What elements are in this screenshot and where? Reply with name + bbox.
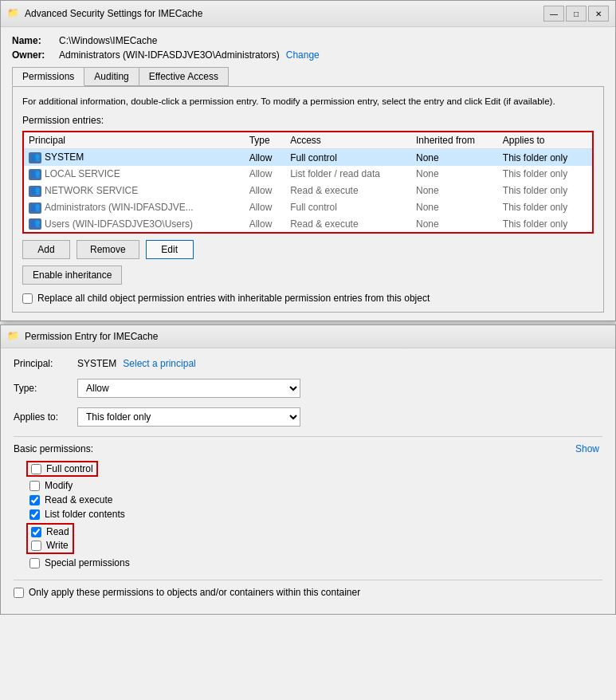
applies-to-select[interactable]: This folder only This folder, subfolders…	[77, 407, 300, 427]
applies-to-label: Applies to:	[14, 411, 77, 423]
type-select[interactable]: Allow Deny	[77, 379, 300, 398]
type-row: Type: Allow Deny	[14, 379, 602, 398]
perm-read-execute-row: Read & execute	[29, 494, 575, 505]
write-row: Write	[31, 540, 69, 551]
permissions-table-wrapper: Principal Type Access Inherited from App…	[22, 131, 594, 234]
cell-type: Allow	[245, 166, 285, 183]
tab-permissions[interactable]: Permissions	[12, 67, 84, 86]
second-folder-icon: 📁	[7, 330, 20, 343]
table-row[interactable]: 👥Users (WIN-IDFASDJVE3O\Users)AllowRead …	[24, 216, 592, 233]
perm-full-control-row: Full control	[26, 461, 575, 477]
perm-special-row: Special permissions	[29, 557, 575, 568]
modify-label: Modify	[45, 480, 73, 491]
only-apply-label: Only apply these permissions to objects …	[29, 587, 360, 598]
cell-principal: 👥NETWORK SERVICE	[24, 183, 245, 199]
write-label: Write	[46, 540, 69, 551]
cell-principal: 👥SYSTEM	[24, 149, 245, 166]
edit-button[interactable]: Edit	[146, 240, 194, 259]
read-write-highlight: Read Write	[26, 523, 74, 554]
enable-inheritance-button[interactable]: Enable inheritance	[22, 265, 122, 285]
cell-applies: This folder only	[498, 199, 592, 216]
cell-access: Full control	[285, 199, 411, 216]
tabs: Permissions Auditing Effective Access	[12, 67, 604, 86]
add-button[interactable]: Add	[22, 240, 70, 259]
write-checkbox[interactable]	[31, 541, 41, 551]
cell-access: Full control	[285, 149, 411, 166]
principal-value: SYSTEM	[77, 358, 116, 369]
replace-label: Replace all child object permission entr…	[37, 293, 430, 304]
show-link[interactable]: Show	[575, 443, 602, 572]
window-title: Advanced Security Settings for IMECache	[25, 8, 202, 19]
perm-list-folder-row: List folder contents	[29, 509, 575, 520]
info-text: For additional information, double-click…	[22, 95, 594, 108]
basic-permissions-label: Basic permissions:	[14, 443, 575, 454]
special-checkbox[interactable]	[29, 558, 40, 568]
cell-access: Read & execute	[285, 183, 411, 199]
tab-effective-access[interactable]: Effective Access	[139, 67, 229, 86]
minimize-button[interactable]: —	[543, 6, 564, 22]
select-principal-link[interactable]: Select a principal	[123, 358, 195, 369]
permissions-table: Principal Type Access Inherited from App…	[24, 132, 592, 232]
full-control-highlight: Full control	[26, 461, 98, 477]
header-row: Principal Type Access Inherited from App…	[24, 132, 592, 149]
list-folder-label: List folder contents	[45, 509, 125, 520]
cell-applies: This folder only	[498, 216, 592, 233]
header-principal: Principal	[24, 132, 245, 149]
folder-icon: 📁	[7, 7, 20, 20]
table-row[interactable]: 👥Administrators (WIN-IDFASDJVE...AllowFu…	[24, 199, 592, 216]
tab-auditing[interactable]: Auditing	[84, 67, 139, 86]
name-value: C:\Windows\IMECache	[59, 35, 157, 46]
read-label: Read	[46, 526, 69, 537]
cell-applies: This folder only	[498, 183, 592, 199]
cell-access: List folder / read data	[285, 166, 411, 183]
main-content: Name: C:\Windows\IMECache Owner: Adminis…	[1, 27, 615, 321]
cell-inherited: None	[411, 183, 498, 199]
cell-inherited: None	[411, 216, 498, 233]
title-bar-left: 📁 Advanced Security Settings for IMECach…	[7, 7, 202, 20]
read-execute-label: Read & execute	[45, 494, 112, 505]
remove-button[interactable]: Remove	[77, 240, 139, 259]
read-execute-checkbox[interactable]	[29, 495, 40, 505]
list-folder-checkbox[interactable]	[29, 509, 40, 520]
perm-entries-label: Permission entries:	[22, 115, 594, 126]
only-apply-checkbox[interactable]	[14, 588, 24, 598]
owner-label: Owner:	[12, 49, 56, 61]
cell-access: Read & execute	[285, 216, 411, 233]
replace-checkbox[interactable]	[22, 293, 33, 304]
second-content: Principal: SYSTEM Select a principal Typ…	[1, 348, 615, 614]
advanced-security-window: 📁 Advanced Security Settings for IMECach…	[0, 0, 616, 321]
replace-checkbox-row: Replace all child object permission entr…	[22, 293, 594, 304]
bottom-checkbox-row: Only apply these permissions to objects …	[14, 580, 602, 604]
cell-principal: 👥Administrators (WIN-IDFASDJVE...	[24, 199, 245, 216]
name-label: Name:	[12, 35, 56, 46]
table-row[interactable]: 👥SYSTEMAllowFull controlNoneThis folder …	[24, 149, 592, 166]
header-applies: Applies to	[498, 132, 592, 149]
second-window-title: Permission Entry for IMECache	[25, 331, 158, 342]
cell-type: Allow	[245, 183, 285, 199]
read-row: Read	[31, 526, 69, 537]
full-control-checkbox[interactable]	[31, 464, 41, 474]
full-control-label: Full control	[46, 463, 93, 474]
cell-type: Allow	[245, 149, 285, 166]
divider	[14, 436, 602, 437]
change-link[interactable]: Change	[286, 49, 320, 61]
cell-principal: 👥Users (WIN-IDFASDJVE3O\Users)	[24, 216, 245, 233]
cell-inherited: None	[411, 166, 498, 183]
type-label: Type:	[14, 383, 77, 394]
perm-read-write-highlighted: Read Write	[26, 523, 575, 554]
cell-applies: This folder only	[498, 149, 592, 166]
owner-row: Owner: Administrators (WIN-IDFASDJVE3O\A…	[12, 49, 604, 61]
cell-principal: 👥LOCAL SERVICE	[24, 166, 245, 183]
cell-applies: This folder only	[498, 166, 592, 183]
special-label: Special permissions	[45, 557, 130, 568]
action-buttons: Add Remove Edit	[22, 240, 594, 259]
close-button[interactable]: ✕	[588, 6, 609, 22]
maximize-button[interactable]: □	[566, 6, 587, 22]
second-title-bar: 📁 Permission Entry for IMECache	[1, 325, 615, 348]
modify-checkbox[interactable]	[29, 481, 40, 491]
table-body: 👥SYSTEMAllowFull controlNoneThis folder …	[24, 149, 592, 233]
table-row[interactable]: 👥LOCAL SERVICEAllowList folder / read da…	[24, 166, 592, 183]
table-row[interactable]: 👥NETWORK SERVICEAllowRead & executeNoneT…	[24, 183, 592, 199]
read-checkbox[interactable]	[31, 527, 41, 537]
title-bar: 📁 Advanced Security Settings for IMECach…	[1, 1, 615, 27]
